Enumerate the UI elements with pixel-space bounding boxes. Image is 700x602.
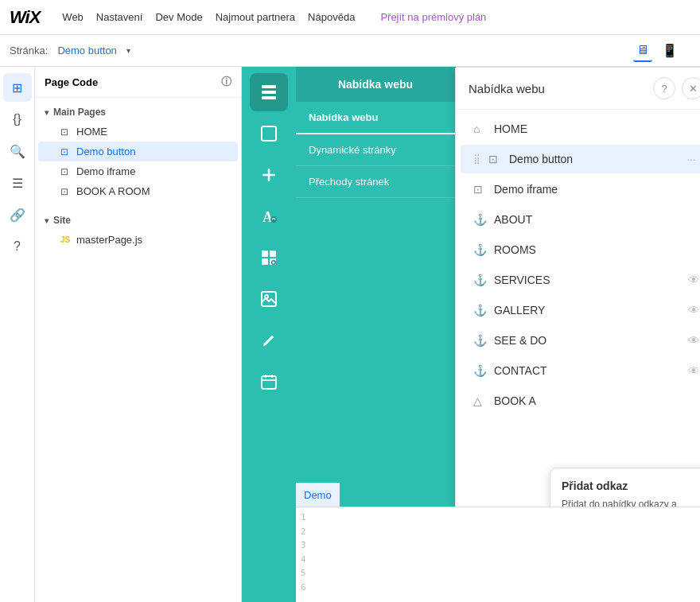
- svg-rect-7: [270, 251, 276, 257]
- tooltip-title: Přidat odkaz: [562, 480, 700, 492]
- tree-item-home[interactable]: ⊡ HOME: [38, 122, 238, 142]
- code-editor-bottom: 123456: [296, 507, 700, 602]
- svg-rect-2: [262, 96, 276, 99]
- svg-rect-6: [262, 251, 268, 257]
- svg-rect-11: [262, 292, 276, 306]
- menu-item-gallery[interactable]: ⚓ GALLERY 👁: [461, 296, 700, 324]
- site-section: ▾ Site JS masterPage.js: [35, 206, 241, 254]
- menu-item-label: Demo button: [509, 153, 677, 165]
- teal-calendar-icon[interactable]: [250, 363, 288, 401]
- menu-item-rooms[interactable]: ⚓ ROOMS: [461, 235, 700, 264]
- links-icon[interactable]: 🔗: [3, 200, 32, 229]
- menu-item-book-a[interactable]: △ BOOK A: [461, 386, 700, 415]
- wix-logo: WiX: [10, 7, 40, 28]
- menu-item-demo-button[interactable]: ⣿ ⊡ Demo button ···: [461, 145, 700, 173]
- menu-item-label: CONTACT: [494, 364, 682, 377]
- tree-item-demo-iframe[interactable]: ⊡ Demo iframe: [38, 161, 238, 181]
- nav-nastaveni[interactable]: Nastavení: [96, 11, 143, 23]
- tree-item-label: Demo iframe: [76, 165, 135, 177]
- tree-item-label: BOOK A ROOM: [76, 185, 150, 197]
- nav-napoveda[interactable]: Nápověda: [308, 11, 355, 23]
- more-options-icon[interactable]: ···: [683, 153, 699, 165]
- menu-item-home[interactable]: ⌂ HOME: [461, 115, 700, 143]
- main-pages-header[interactable]: ▾ Main Pages: [35, 103, 241, 122]
- teal-add-icon[interactable]: [250, 156, 288, 194]
- anchor-icon: ⚓: [473, 213, 488, 226]
- teal-icon-panel: A: [242, 67, 296, 602]
- current-page-name[interactable]: Demo button: [57, 45, 116, 56]
- anchor-icon: ⚓: [473, 334, 488, 347]
- demo-label: Demo: [296, 483, 340, 507]
- svg-rect-13: [262, 376, 276, 389]
- svg-point-5: [270, 216, 277, 223]
- menu-item-label: ABOUT: [494, 213, 699, 226]
- page-icon: ⊡: [60, 186, 72, 197]
- data-icon[interactable]: ☰: [3, 169, 32, 197]
- left-icon-bar: ⊞ {} 🔍 ☰ 🔗 ?: [0, 67, 35, 602]
- file-tree-header: Page Code ⓘ: [35, 67, 241, 98]
- teal-image-icon[interactable]: [250, 280, 288, 318]
- site-menu-close-icon[interactable]: ✕: [682, 77, 700, 99]
- mobile-icon[interactable]: 📱: [659, 40, 681, 62]
- nav-premium[interactable]: Přejít na prémiový plán: [380, 11, 486, 23]
- file-tree-title: Page Code: [45, 76, 98, 88]
- anchor-icon: ⚓: [473, 304, 488, 317]
- device-switcher: 🖥 📱: [633, 40, 681, 62]
- visibility-icon[interactable]: 👁: [688, 304, 699, 317]
- menu-item-label: SERVICES: [494, 274, 682, 286]
- tree-item-demo-button[interactable]: ⊡ Demo button: [38, 142, 238, 161]
- visibility-icon[interactable]: 👁: [688, 364, 699, 377]
- teal-pages-icon[interactable]: [250, 73, 288, 111]
- page-chevron-icon[interactable]: ▾: [126, 46, 130, 55]
- nav-menu-item-dynamicke[interactable]: Dynamické stránky: [296, 134, 455, 166]
- visibility-icon[interactable]: 👁: [688, 334, 699, 347]
- nav-najmout[interactable]: Najmout partnera: [216, 11, 295, 23]
- page-icon: ⊡: [60, 166, 72, 177]
- code-line-numbers: 123456: [296, 511, 311, 595]
- teal-pen-icon[interactable]: [250, 321, 288, 359]
- nav-menu-item-prechody[interactable]: Přechody stránek: [296, 166, 455, 198]
- svg-rect-0: [262, 85, 276, 88]
- file-tree-info-icon[interactable]: ⓘ: [221, 75, 231, 89]
- menu-item-label: Demo iframe: [494, 183, 699, 196]
- section-icon: △: [473, 394, 488, 407]
- teal-apps-icon[interactable]: [250, 239, 288, 277]
- anchor-icon: ⚓: [473, 364, 488, 377]
- nav-devmode[interactable]: Dev Mode: [155, 11, 202, 23]
- menu-item-about[interactable]: ⚓ ABOUT: [461, 205, 700, 234]
- teal-square-icon[interactable]: [250, 115, 288, 153]
- help-icon[interactable]: ?: [3, 232, 32, 261]
- nav-menu-item-nabidka[interactable]: Nabídka webu: [296, 102, 455, 134]
- search-icon[interactable]: 🔍: [3, 137, 32, 165]
- anchor-icon: ⚓: [473, 243, 488, 256]
- pages-icon[interactable]: ⊞: [3, 73, 32, 102]
- page-icon: ⊡: [488, 153, 503, 165]
- canvas-area: A Nabídka webu Nabídka webu Dynamické st…: [242, 67, 700, 602]
- second-bar: Stránka: Demo button ▾ 🖥 📱: [0, 35, 700, 67]
- menu-item-label: HOME: [494, 122, 699, 135]
- svg-text:A: A: [262, 209, 273, 225]
- page-icon: ⊡: [60, 126, 72, 138]
- page-icon: ⊡: [60, 146, 72, 157]
- nav-menu-title: Nabídka webu: [296, 67, 455, 102]
- menu-item-demo-iframe[interactable]: ⊡ Demo iframe: [461, 175, 700, 204]
- site-menu-help-icon[interactable]: ?: [653, 77, 675, 99]
- teal-text-icon[interactable]: A: [250, 197, 288, 235]
- menu-item-contact[interactable]: ⚓ CONTACT 👁: [461, 356, 700, 385]
- visibility-icon[interactable]: 👁: [688, 274, 699, 286]
- menu-item-services[interactable]: ⚓ SERVICES 👁: [461, 266, 700, 294]
- main-pages-chevron-icon: ▾: [45, 108, 49, 117]
- menu-item-label: GALLERY: [494, 304, 682, 317]
- site-section-header[interactable]: ▾ Site: [35, 211, 241, 230]
- site-section-label: Site: [53, 215, 71, 226]
- menu-item-see-do[interactable]: ⚓ SEE & DO 👁: [461, 326, 700, 355]
- desktop-icon[interactable]: 🖥: [633, 40, 652, 62]
- drag-handle-icon[interactable]: ⣿: [473, 153, 480, 165]
- tree-item-master-page[interactable]: JS masterPage.js: [38, 230, 238, 250]
- top-nav: WiX Web Nastavení Dev Mode Najmout partn…: [0, 0, 700, 35]
- code-icon[interactable]: {}: [3, 105, 32, 134]
- nav-web[interactable]: Web: [62, 11, 84, 23]
- page-icon: ⊡: [473, 183, 488, 196]
- tree-item-book-a-room[interactable]: ⊡ BOOK A ROOM: [38, 181, 238, 201]
- js-icon: JS: [60, 235, 72, 244]
